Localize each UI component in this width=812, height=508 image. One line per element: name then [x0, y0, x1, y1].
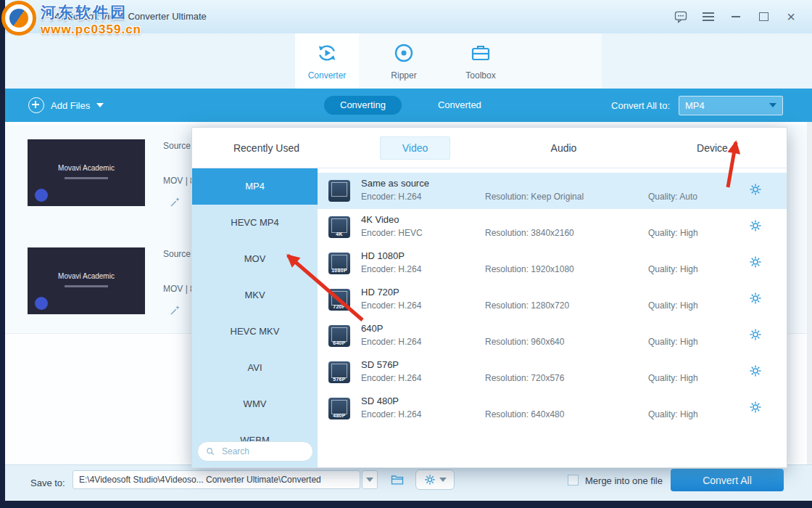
bottom-bar: Save to: Merge into one file Convert All — [5, 464, 812, 501]
format-icon: 640P — [328, 325, 350, 347]
convert-all-to-label: Convert All to: — [611, 100, 670, 111]
settings-gear-icon[interactable] — [749, 328, 762, 344]
format-icon: 576P — [328, 361, 350, 383]
gear-icon — [424, 474, 436, 486]
chevron-down-icon — [769, 103, 776, 107]
profile-row[interactable]: 576P SD 576P Encoder: H.264 Resolution: … — [318, 354, 787, 390]
settings-gear-icon[interactable] — [749, 183, 762, 199]
settings-gear-icon[interactable] — [749, 292, 762, 308]
tab-converted[interactable]: Converted — [422, 96, 497, 115]
profile-row[interactable]: 480P SD 480P Encoder: H.264 Resolution: … — [318, 390, 787, 427]
merge-checkbox[interactable] — [568, 475, 579, 486]
profile-list: Same as source Encoder: H.264 Resolution… — [318, 168, 787, 467]
magic-wand-icon[interactable] — [169, 195, 182, 211]
sidebar-item-mov[interactable]: MOV — [192, 241, 318, 277]
thumbnail-subtext — [65, 285, 108, 287]
video-thumbnail: Movavi Academic — [28, 247, 145, 314]
scrollbar[interactable] — [807, 122, 812, 464]
tab-converter-label: Converter — [308, 70, 347, 81]
file-info: MOV | 8 — [163, 284, 192, 294]
sidebar-item-hevc-mkv[interactable]: HEVC MKV — [192, 314, 318, 350]
tab-converter[interactable]: Converter — [295, 33, 359, 89]
profile-row[interactable]: 640P 640P Encoder: H.264 Resolution: 960… — [318, 318, 787, 354]
profile-row[interactable]: 4K 4K Video Encoder: HEVC Resolution: 38… — [318, 209, 787, 245]
thumbnail-decor-dot — [35, 189, 48, 202]
search-box — [197, 441, 313, 462]
app-window: 4Videosoft Video Converter Ultimate × — [5, 0, 812, 501]
add-files-label: Add Files — [51, 100, 90, 111]
format-icon: 480P — [328, 398, 350, 419]
save-path-input[interactable] — [72, 470, 360, 489]
convert-all-button[interactable]: Convert All — [671, 469, 784, 491]
format-icon: 1080P — [328, 253, 350, 274]
source-label: Source — [163, 141, 191, 151]
titlebar: 4Videosoft Video Converter Ultimate × — [5, 0, 812, 33]
profile-row[interactable]: 720P HD 720P Encoder: H.264 Resolution: … — [318, 282, 787, 318]
merge-label: Merge into one file — [585, 475, 663, 486]
thumbnail-subtext — [65, 177, 108, 179]
sidebar-item-wmv[interactable]: WMV — [192, 386, 318, 422]
add-files-button[interactable]: Add Files — [28, 89, 104, 122]
tab-video[interactable]: Video — [341, 128, 489, 168]
tab-recently-used[interactable]: Recently Used — [192, 128, 341, 168]
output-settings-button[interactable] — [415, 470, 455, 490]
window-controls: × — [673, 0, 799, 33]
folder-icon — [390, 472, 405, 487]
save-to-label: Save to: — [30, 478, 65, 488]
format-icon: 4K — [328, 216, 350, 238]
menu-icon[interactable] — [700, 9, 716, 25]
path-dropdown-button[interactable] — [362, 470, 378, 489]
settings-gear-icon[interactable] — [749, 364, 762, 380]
settings-gear-icon[interactable] — [749, 255, 762, 271]
chevron-down-icon — [366, 478, 373, 482]
chevron-down-icon — [96, 103, 104, 107]
chevron-down-icon — [439, 478, 447, 482]
close-button[interactable]: × — [783, 9, 799, 25]
sidebar-item-mkv[interactable]: MKV — [192, 277, 318, 314]
format-icon — [328, 180, 350, 202]
format-sidebar: MP4 HEVC MP4 MOV MKV HEVC MKV AVI WMV WE… — [192, 168, 318, 467]
converter-icon — [315, 41, 339, 67]
convert-all-to-value: MP4 — [685, 100, 705, 111]
feedback-icon[interactable] — [673, 9, 689, 25]
sidebar-item-avi[interactable]: AVI — [192, 350, 318, 386]
tab-converting[interactable]: Converting — [324, 96, 402, 115]
sidebar-item-mp4[interactable]: MP4 — [192, 168, 318, 205]
thumbnail-title: Movavi Academic — [28, 164, 145, 172]
toolbox-icon — [469, 41, 492, 67]
tab-device[interactable]: Device — [638, 128, 787, 168]
tab-toolbox-label: Toolbox — [465, 70, 495, 81]
tab-toolbox[interactable]: Toolbox — [449, 33, 513, 89]
hamburger-icon — [703, 12, 714, 21]
maximize-button[interactable] — [755, 9, 771, 25]
ripper-icon — [392, 41, 415, 67]
tab-audio[interactable]: Audio — [489, 128, 638, 168]
search-input[interactable] — [220, 446, 305, 457]
window-title: 4Videosoft Video Converter Ultimate — [54, 11, 207, 22]
toolbar: Add Files Converting Converted Convert A… — [5, 89, 812, 122]
main-nav: Converter Ripper Toolbox — [5, 33, 812, 89]
thumbnail-decor-dot — [35, 297, 48, 310]
format-panel-tabs: Recently Used Video Audio Device — [192, 128, 787, 168]
convert-all-to: Convert All to: MP4 — [611, 89, 783, 122]
settings-gear-icon[interactable] — [749, 401, 762, 417]
search-icon — [205, 446, 215, 456]
plus-icon — [28, 97, 44, 113]
sidebar-item-hevc-mp4[interactable]: HEVC MP4 — [192, 205, 318, 241]
convert-tabs: Converting Converted — [324, 89, 497, 122]
profile-row[interactable]: 1080P HD 1080P Encoder: H.264 Resolution… — [318, 245, 787, 282]
profile-row[interactable]: Same as source Encoder: H.264 Resolution… — [318, 173, 787, 209]
tab-ripper[interactable]: Ripper — [372, 33, 436, 89]
convert-all-to-dropdown[interactable]: MP4 — [679, 96, 783, 115]
format-panel: Recently Used Video Audio Device MP4 HEV… — [191, 127, 787, 468]
settings-gear-icon[interactable] — [749, 219, 762, 235]
open-folder-button[interactable] — [388, 470, 407, 489]
video-thumbnail: Movavi Academic — [28, 139, 145, 206]
source-label: Source — [163, 249, 191, 259]
format-icon: 720P — [328, 289, 350, 311]
magic-wand-icon[interactable] — [169, 303, 182, 319]
file-info: MOV | 8 — [163, 176, 192, 186]
desktop-background: 4Videosoft Video Converter Ultimate × — [0, 0, 812, 508]
thumbnail-title: Movavi Academic — [28, 272, 145, 280]
minimize-button[interactable] — [728, 9, 744, 25]
